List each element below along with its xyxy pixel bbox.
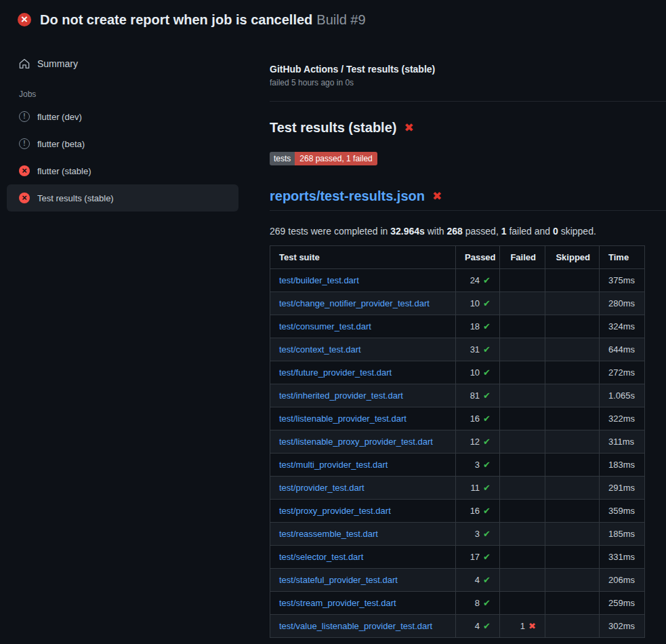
table-row: test/proxy_provider_test.dart16359ms bbox=[270, 500, 645, 523]
test-suite-link[interactable]: test/proxy_provider_test.dart bbox=[279, 506, 391, 516]
table-row: test/multi_provider_test.dart3183ms bbox=[270, 454, 645, 477]
test-suite-link[interactable]: test/value_listenable_provider_test.dart bbox=[279, 621, 432, 631]
passed-cell: 81 bbox=[456, 384, 500, 407]
check-icon bbox=[483, 275, 491, 285]
sidebar-item-test-results-stable[interactable]: Test results (stable) bbox=[7, 184, 238, 212]
test-suite-link[interactable]: test/builder_test.dart bbox=[279, 275, 359, 285]
job-label: flutter (stable) bbox=[37, 166, 91, 176]
time-cell: 183ms bbox=[600, 454, 645, 477]
passed-cell: 11 bbox=[456, 477, 500, 500]
test-suite-link[interactable]: test/provider_test.dart bbox=[279, 483, 365, 493]
skipped-cell bbox=[545, 384, 600, 407]
failed-cell bbox=[500, 338, 545, 361]
sidebar-item-flutter-dev[interactable]: flutter (dev) bbox=[7, 103, 238, 130]
time-cell: 259ms bbox=[600, 592, 645, 615]
check-icon bbox=[483, 321, 491, 331]
count-value: 8 bbox=[475, 598, 480, 608]
run-status-line: failed 5 hours ago in 0s bbox=[270, 78, 666, 87]
check-icon bbox=[483, 575, 491, 585]
table-row: test/future_provider_test.dart10272ms bbox=[270, 361, 645, 384]
table-row: test/selector_test.dart17331ms bbox=[270, 546, 645, 569]
sidebar-item-flutter-stable[interactable]: flutter (stable) bbox=[7, 157, 238, 184]
skipped-cell bbox=[545, 546, 600, 569]
jobs-section-label: Jobs bbox=[7, 85, 238, 103]
failed-cell bbox=[500, 477, 545, 500]
job-label: flutter (dev) bbox=[37, 112, 82, 122]
skipped-cell bbox=[545, 523, 600, 546]
summary-passed-count: 268 bbox=[447, 226, 463, 237]
test-suite-cell: test/provider_test.dart bbox=[270, 477, 456, 500]
sidebar-item-summary[interactable]: Summary bbox=[7, 53, 238, 75]
test-suite-cell: test/proxy_provider_test.dart bbox=[270, 500, 456, 523]
test-suite-link[interactable]: test/listenable_proxy_provider_test.dart bbox=[279, 437, 433, 447]
skipped-cell bbox=[545, 454, 600, 477]
test-suite-link[interactable]: test/listenable_provider_test.dart bbox=[279, 414, 407, 424]
section-title: Test results (stable) bbox=[270, 120, 666, 136]
test-suite-link[interactable]: test/stream_provider_test.dart bbox=[279, 598, 396, 608]
check-icon bbox=[483, 460, 491, 470]
check-icon bbox=[483, 621, 491, 631]
failed-cell bbox=[500, 592, 545, 615]
results-table-body: test/builder_test.dart24375mstest/change… bbox=[270, 269, 645, 638]
count-value: 17 bbox=[470, 552, 480, 562]
table-row: test/context_test.dart31644ms bbox=[270, 338, 645, 361]
test-suite-cell: test/stateful_provider_test.dart bbox=[270, 569, 456, 592]
x-circle-icon bbox=[19, 193, 30, 203]
count-value: 12 bbox=[470, 437, 480, 447]
test-suite-link[interactable]: test/reassemble_test.dart bbox=[279, 529, 378, 539]
test-suite-link[interactable]: test/selector_test.dart bbox=[279, 552, 363, 562]
table-row: test/stream_provider_test.dart8259ms bbox=[270, 592, 645, 615]
passed-cell: 31 bbox=[456, 338, 500, 361]
results-table: Test suite Passed Failed Skipped Time te… bbox=[270, 245, 645, 638]
failed-cell bbox=[500, 384, 545, 407]
test-suite-cell: test/multi_provider_test.dart bbox=[270, 454, 456, 477]
check-icon bbox=[483, 390, 491, 401]
passed-cell: 24 bbox=[456, 269, 500, 292]
check-run-header: Do not create report when job is cancell… bbox=[0, 0, 666, 39]
check-icon bbox=[483, 344, 491, 355]
skipped-cell bbox=[545, 430, 600, 454]
test-suite-link[interactable]: test/future_provider_test.dart bbox=[279, 367, 392, 378]
time-cell: 331ms bbox=[600, 546, 645, 569]
test-suite-link[interactable]: test/stateful_provider_test.dart bbox=[279, 575, 398, 585]
failed-cell bbox=[500, 454, 545, 477]
count-value: 10 bbox=[470, 298, 480, 308]
badge-value: 268 passed, 1 failed bbox=[295, 152, 377, 165]
column-header-passed: Passed bbox=[456, 246, 500, 269]
skipped-cell bbox=[545, 269, 600, 292]
failed-cell bbox=[500, 407, 545, 430]
column-header-test-suite: Test suite bbox=[270, 246, 456, 269]
report-link[interactable]: reports/test-results.json bbox=[270, 188, 425, 204]
summary-text: 269 tests were completed in bbox=[270, 226, 390, 237]
test-suite-link[interactable]: test/inherited_provider_test.dart bbox=[279, 390, 403, 401]
summary-text: passed, bbox=[463, 226, 501, 237]
summary-duration: 32.964s bbox=[390, 226, 425, 237]
test-suite-link[interactable]: test/context_test.dart bbox=[279, 344, 361, 355]
test-suite-cell: test/inherited_provider_test.dart bbox=[270, 384, 456, 407]
x-icon bbox=[528, 621, 536, 631]
count-value: 3 bbox=[475, 529, 480, 539]
count-value: 31 bbox=[470, 344, 480, 355]
passed-cell: 12 bbox=[456, 430, 500, 454]
test-suite-cell: test/stream_provider_test.dart bbox=[270, 592, 456, 615]
check-icon bbox=[483, 506, 491, 516]
time-cell: 302ms bbox=[600, 615, 645, 638]
test-suite-link[interactable]: test/multi_provider_test.dart bbox=[279, 460, 388, 470]
summary-text: failed and bbox=[507, 226, 554, 237]
failed-cell bbox=[500, 569, 545, 592]
passed-cell: 8 bbox=[456, 592, 500, 615]
table-header-row: Test suite Passed Failed Skipped Time bbox=[270, 246, 645, 269]
sidebar-item-flutter-beta[interactable]: flutter (beta) bbox=[7, 130, 238, 157]
count-value: 16 bbox=[470, 506, 480, 516]
badge-label: tests bbox=[270, 152, 295, 165]
passed-cell: 3 bbox=[456, 523, 500, 546]
skipped-cell bbox=[545, 477, 600, 500]
failed-cell: 1 bbox=[500, 615, 545, 638]
test-suite-link[interactable]: test/change_notifier_provider_test.dart bbox=[279, 298, 430, 308]
test-suite-link[interactable]: test/consumer_test.dart bbox=[279, 321, 371, 331]
column-header-time: Time bbox=[600, 246, 645, 269]
passed-cell: 17 bbox=[456, 546, 500, 569]
count-value: 10 bbox=[470, 367, 480, 378]
skipped-cell bbox=[545, 569, 600, 592]
breadcrumb: GitHub Actions / Test results (stable) bbox=[270, 64, 666, 75]
